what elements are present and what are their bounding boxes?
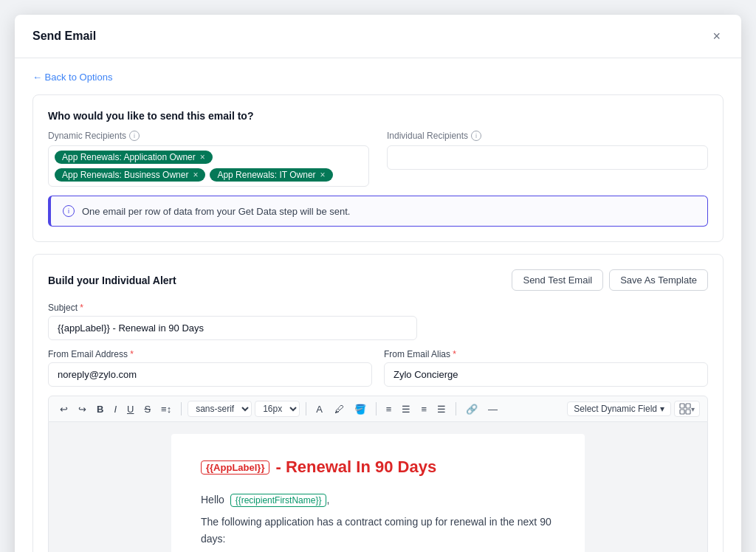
recipients-section: Who would you like to send this email to… [32, 94, 724, 242]
toolbar-divider-4 [456, 402, 456, 415]
editor-toolbar: ↩ ↪ B I U S ≡↕ sans-serif 16px A 🖊 🪣 [48, 396, 708, 422]
table-button[interactable]: ▾ [674, 401, 700, 417]
horizontal-rule-button[interactable]: — [484, 401, 501, 417]
bold-button[interactable]: B [93, 401, 107, 417]
toolbar-divider-3 [376, 402, 377, 415]
from-email-label: From Email Address * [48, 349, 372, 359]
send-email-modal: Send Email × ← Back to Options Who would… [15, 15, 741, 552]
email-canvas: {{AppLabel}} - Renewal In 90 Days Hello … [48, 422, 708, 552]
info-banner-text: One email per row of data from your Get … [82, 206, 350, 217]
dynamic-label: Dynamic Recipients i [48, 131, 369, 141]
strikethrough-button[interactable]: S [140, 401, 154, 417]
subject-label: Subject * [48, 303, 708, 313]
undo-button[interactable]: ↩ [56, 401, 72, 417]
email-content-area[interactable]: {{AppLabel}} - Renewal In 90 Days Hello … [171, 434, 585, 552]
from-fields-row: From Email Address * From Email Alias * [48, 349, 708, 387]
build-header: Build your Individual Alert Send Test Em… [48, 269, 708, 291]
email-subject-preview: {{AppLabel}} - Renewal In 90 Days [201, 458, 555, 477]
modal-header: Send Email × [15, 15, 741, 58]
tag-close-application-owner[interactable]: × [200, 152, 205, 162]
toolbar-divider-2 [306, 402, 306, 415]
from-email-field-col: From Email Address * [48, 349, 372, 387]
info-banner: i One email per row of data from your Ge… [48, 196, 708, 227]
from-alias-field-col: From Email Alias * [384, 349, 708, 387]
body-line-paragraph: The following application has a contract… [201, 514, 555, 547]
from-alias-input[interactable] [384, 362, 708, 387]
align-right-button[interactable]: ≡ [417, 401, 430, 417]
svg-rect-2 [680, 410, 684, 414]
tag-business-owner: App Renewals: Business Owner × [55, 168, 205, 182]
save-as-template-button[interactable]: Save As Template [609, 269, 708, 291]
align-left-button[interactable]: ≡ [382, 401, 396, 417]
font-color-button[interactable]: A [312, 401, 328, 417]
modal-body: ← Back to Options Who would you like to … [15, 58, 741, 552]
individual-recipients-col: Individual Recipients i [387, 131, 708, 187]
build-title: Build your Individual Alert [48, 275, 176, 286]
from-email-input[interactable] [48, 362, 372, 387]
dynamic-field-label: Select Dynamic Field [574, 404, 657, 414]
font-size-select[interactable]: 16px [255, 401, 300, 417]
from-alias-label: From Email Alias * [384, 349, 708, 359]
tag-it-owner: App Renewals: IT Owner × [210, 168, 332, 182]
font-family-select[interactable]: sans-serif [188, 401, 252, 417]
back-link[interactable]: ← Back to Options [32, 72, 112, 83]
table-chevron: ▾ [691, 405, 695, 413]
recipients-row: Dynamic Recipients i App Renewals: Appli… [48, 131, 708, 187]
recipient-first-name-tag: {{recipientFirstName}} [230, 494, 327, 507]
dynamic-info-icon[interactable]: i [129, 131, 140, 141]
subject-input[interactable] [48, 316, 417, 340]
table-icon [679, 403, 691, 415]
email-body: Hello {{recipientFirstName}}, The follow… [201, 491, 555, 552]
redo-button[interactable]: ↪ [75, 401, 90, 417]
tag-application-owner: App Renewals: Application Owner × [55, 151, 213, 164]
dynamic-field-chevron: ▾ [660, 404, 664, 414]
svg-rect-1 [686, 404, 690, 408]
italic-button[interactable]: I [110, 401, 120, 417]
paint-bucket-button[interactable]: 🪣 [351, 401, 370, 417]
build-actions: Send Test Email Save As Template [512, 269, 708, 291]
individual-label: Individual Recipients i [387, 131, 708, 141]
greeting-paragraph: Hello {{recipientFirstName}}, [201, 491, 555, 508]
dynamic-recipients-col: Dynamic Recipients i App Renewals: Appli… [48, 131, 369, 187]
underline-button[interactable]: U [123, 401, 137, 417]
align-center-button[interactable]: ☰ [398, 401, 414, 417]
send-test-email-button[interactable]: Send Test Email [512, 269, 603, 291]
build-section: Build your Individual Alert Send Test Em… [32, 254, 724, 552]
justify-button[interactable]: ☰ [433, 401, 450, 417]
tag-close-it-owner[interactable]: × [320, 170, 326, 180]
individual-recipients-input[interactable] [387, 145, 708, 170]
highlight-button[interactable]: 🖊 [331, 401, 348, 417]
line-height-button[interactable]: ≡↕ [157, 401, 175, 417]
dynamic-tags-input[interactable]: App Renewals: Application Owner × App Re… [48, 145, 369, 187]
svg-rect-3 [686, 410, 690, 414]
toolbar-divider-1 [181, 402, 182, 415]
subject-row: Subject * [48, 303, 708, 340]
close-button[interactable]: × [709, 27, 724, 46]
modal-title: Send Email [32, 30, 96, 43]
individual-info-icon[interactable]: i [471, 131, 481, 141]
link-button[interactable]: 🔗 [462, 401, 481, 417]
tag-close-business-owner[interactable]: × [193, 170, 198, 180]
subject-text: - Renewal In 90 Days [275, 458, 436, 477]
recipients-question: Who would you like to send this email to… [48, 110, 708, 122]
dynamic-field-dropdown[interactable]: Select Dynamic Field ▾ [567, 401, 671, 416]
info-banner-icon: i [63, 205, 75, 217]
app-label-tag-subject: {{AppLabel}} [201, 460, 269, 475]
svg-rect-0 [680, 404, 684, 408]
